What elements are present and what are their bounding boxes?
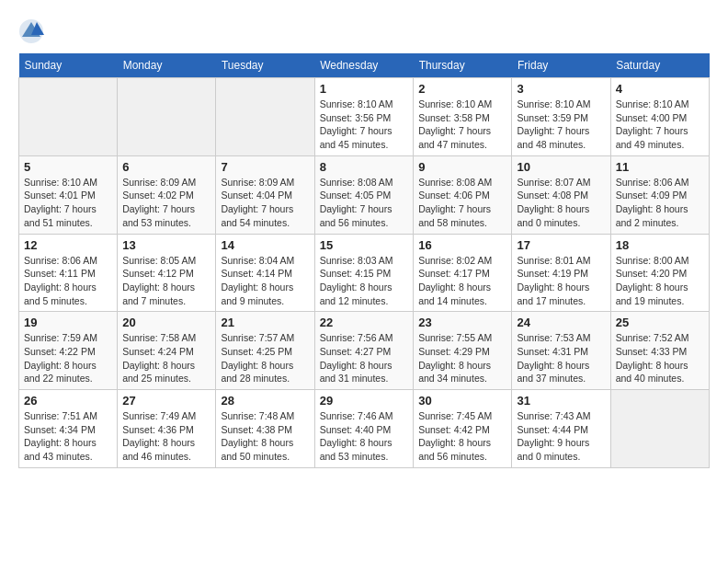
logo-icon (18, 18, 44, 44)
day-info: Sunrise: 8:10 AM Sunset: 4:01 PM Dayligh… (24, 176, 112, 230)
day-info: Sunrise: 7:55 AM Sunset: 4:29 PM Dayligh… (418, 331, 506, 385)
day-number: 14 (221, 238, 309, 252)
day-info: Sunrise: 8:07 AM Sunset: 4:08 PM Dayligh… (517, 176, 605, 230)
calendar-cell (216, 78, 314, 156)
day-info: Sunrise: 8:05 AM Sunset: 4:12 PM Dayligh… (122, 254, 210, 308)
weekday-header: Wednesday (314, 53, 414, 78)
weekday-header: Thursday (414, 53, 512, 78)
day-number: 2 (418, 82, 506, 96)
calendar-week-row: 26Sunrise: 7:51 AM Sunset: 4:34 PM Dayli… (19, 390, 710, 468)
day-number: 17 (517, 238, 605, 252)
day-number: 9 (418, 160, 506, 174)
day-info: Sunrise: 8:10 AM Sunset: 3:56 PM Dayligh… (320, 98, 409, 152)
day-info: Sunrise: 7:49 AM Sunset: 4:36 PM Dayligh… (122, 409, 210, 464)
calendar-table: SundayMondayTuesdayWednesdayThursdayFrid… (18, 53, 710, 468)
calendar-header-row: SundayMondayTuesdayWednesdayThursdayFrid… (19, 53, 710, 78)
calendar-cell: 5Sunrise: 8:10 AM Sunset: 4:01 PM Daylig… (19, 155, 118, 234)
day-number: 1 (320, 82, 409, 96)
calendar-cell: 15Sunrise: 8:03 AM Sunset: 4:15 PM Dayli… (314, 234, 414, 312)
calendar-cell: 13Sunrise: 8:05 AM Sunset: 4:12 PM Dayli… (118, 234, 216, 312)
day-number: 19 (24, 316, 112, 329)
calendar-cell: 23Sunrise: 7:55 AM Sunset: 4:29 PM Dayli… (414, 312, 512, 390)
calendar-cell: 31Sunrise: 7:43 AM Sunset: 4:44 PM Dayli… (512, 390, 610, 468)
weekday-header: Monday (118, 53, 216, 78)
day-info: Sunrise: 8:09 AM Sunset: 4:02 PM Dayligh… (122, 176, 210, 230)
day-info: Sunrise: 8:06 AM Sunset: 4:09 PM Dayligh… (616, 176, 704, 230)
calendar-cell (118, 78, 216, 156)
day-info: Sunrise: 8:04 AM Sunset: 4:14 PM Dayligh… (221, 254, 309, 308)
day-number: 28 (221, 394, 309, 408)
day-info: Sunrise: 8:08 AM Sunset: 4:05 PM Dayligh… (320, 176, 409, 230)
day-info: Sunrise: 7:51 AM Sunset: 4:34 PM Dayligh… (24, 409, 112, 464)
day-number: 21 (221, 316, 309, 329)
calendar-cell: 3Sunrise: 8:10 AM Sunset: 3:59 PM Daylig… (512, 78, 610, 156)
calendar-cell: 14Sunrise: 8:04 AM Sunset: 4:14 PM Dayli… (216, 234, 314, 312)
calendar-cell: 17Sunrise: 8:01 AM Sunset: 4:19 PM Dayli… (512, 234, 610, 312)
calendar-cell: 4Sunrise: 8:10 AM Sunset: 4:00 PM Daylig… (610, 78, 709, 156)
calendar-cell: 2Sunrise: 8:10 AM Sunset: 3:58 PM Daylig… (414, 78, 512, 156)
day-info: Sunrise: 8:03 AM Sunset: 4:15 PM Dayligh… (320, 254, 409, 308)
weekday-header: Tuesday (216, 53, 314, 78)
calendar-cell: 1Sunrise: 8:10 AM Sunset: 3:56 PM Daylig… (314, 78, 414, 156)
day-info: Sunrise: 8:08 AM Sunset: 4:06 PM Dayligh… (418, 176, 506, 230)
calendar-week-row: 1Sunrise: 8:10 AM Sunset: 3:56 PM Daylig… (19, 78, 710, 156)
calendar-cell: 19Sunrise: 7:59 AM Sunset: 4:22 PM Dayli… (19, 312, 118, 390)
day-number: 20 (122, 316, 210, 329)
day-number: 8 (320, 160, 409, 174)
day-info: Sunrise: 8:10 AM Sunset: 4:00 PM Dayligh… (616, 98, 704, 152)
day-number: 30 (418, 394, 506, 408)
day-number: 12 (24, 238, 112, 252)
day-info: Sunrise: 7:45 AM Sunset: 4:42 PM Dayligh… (418, 409, 506, 464)
day-number: 7 (221, 160, 309, 174)
day-number: 29 (320, 394, 409, 408)
day-info: Sunrise: 7:53 AM Sunset: 4:31 PM Dayligh… (517, 331, 605, 385)
calendar-week-row: 5Sunrise: 8:10 AM Sunset: 4:01 PM Daylig… (19, 155, 710, 234)
day-number: 18 (616, 238, 704, 252)
day-info: Sunrise: 8:06 AM Sunset: 4:11 PM Dayligh… (24, 254, 112, 308)
calendar-cell: 30Sunrise: 7:45 AM Sunset: 4:42 PM Dayli… (414, 390, 512, 468)
day-number: 5 (24, 160, 112, 174)
calendar-cell: 28Sunrise: 7:48 AM Sunset: 4:38 PM Dayli… (216, 390, 314, 468)
day-info: Sunrise: 8:02 AM Sunset: 4:17 PM Dayligh… (418, 254, 506, 308)
calendar-cell: 21Sunrise: 7:57 AM Sunset: 4:25 PM Dayli… (216, 312, 314, 390)
calendar-cell: 22Sunrise: 7:56 AM Sunset: 4:27 PM Dayli… (314, 312, 414, 390)
day-number: 25 (616, 316, 704, 329)
day-info: Sunrise: 7:59 AM Sunset: 4:22 PM Dayligh… (24, 331, 112, 385)
day-info: Sunrise: 7:58 AM Sunset: 4:24 PM Dayligh… (122, 331, 210, 385)
page-header (18, 18, 710, 44)
day-info: Sunrise: 8:10 AM Sunset: 3:58 PM Dayligh… (418, 98, 506, 152)
calendar-cell: 20Sunrise: 7:58 AM Sunset: 4:24 PM Dayli… (118, 312, 216, 390)
day-number: 23 (418, 316, 506, 329)
day-info: Sunrise: 8:00 AM Sunset: 4:20 PM Dayligh… (616, 254, 704, 308)
calendar-cell: 24Sunrise: 7:53 AM Sunset: 4:31 PM Dayli… (512, 312, 610, 390)
day-number: 11 (616, 160, 704, 174)
calendar-cell: 9Sunrise: 8:08 AM Sunset: 4:06 PM Daylig… (414, 155, 512, 234)
calendar-cell: 26Sunrise: 7:51 AM Sunset: 4:34 PM Dayli… (19, 390, 118, 468)
calendar-cell: 18Sunrise: 8:00 AM Sunset: 4:20 PM Dayli… (610, 234, 709, 312)
calendar-cell: 16Sunrise: 8:02 AM Sunset: 4:17 PM Dayli… (414, 234, 512, 312)
weekday-header: Sunday (19, 53, 118, 78)
calendar-cell: 6Sunrise: 8:09 AM Sunset: 4:02 PM Daylig… (118, 155, 216, 234)
day-number: 6 (122, 160, 210, 174)
calendar-cell: 8Sunrise: 8:08 AM Sunset: 4:05 PM Daylig… (314, 155, 414, 234)
weekday-header: Friday (512, 53, 610, 78)
calendar-cell: 12Sunrise: 8:06 AM Sunset: 4:11 PM Dayli… (19, 234, 118, 312)
day-info: Sunrise: 7:52 AM Sunset: 4:33 PM Dayligh… (616, 331, 704, 385)
day-info: Sunrise: 7:57 AM Sunset: 4:25 PM Dayligh… (221, 331, 309, 385)
day-number: 31 (517, 394, 605, 408)
calendar-cell: 10Sunrise: 8:07 AM Sunset: 4:08 PM Dayli… (512, 155, 610, 234)
day-number: 22 (320, 316, 409, 329)
day-info: Sunrise: 7:46 AM Sunset: 4:40 PM Dayligh… (320, 409, 409, 464)
day-info: Sunrise: 7:43 AM Sunset: 4:44 PM Dayligh… (517, 409, 605, 464)
calendar-week-row: 12Sunrise: 8:06 AM Sunset: 4:11 PM Dayli… (19, 234, 710, 312)
day-number: 27 (122, 394, 210, 408)
day-number: 13 (122, 238, 210, 252)
calendar-cell (19, 78, 118, 156)
weekday-header: Saturday (610, 53, 709, 78)
day-info: Sunrise: 8:09 AM Sunset: 4:04 PM Dayligh… (221, 176, 309, 230)
calendar-cell: 7Sunrise: 8:09 AM Sunset: 4:04 PM Daylig… (216, 155, 314, 234)
calendar-cell: 11Sunrise: 8:06 AM Sunset: 4:09 PM Dayli… (610, 155, 709, 234)
calendar-week-row: 19Sunrise: 7:59 AM Sunset: 4:22 PM Dayli… (19, 312, 710, 390)
calendar-cell: 25Sunrise: 7:52 AM Sunset: 4:33 PM Dayli… (610, 312, 709, 390)
day-number: 15 (320, 238, 409, 252)
